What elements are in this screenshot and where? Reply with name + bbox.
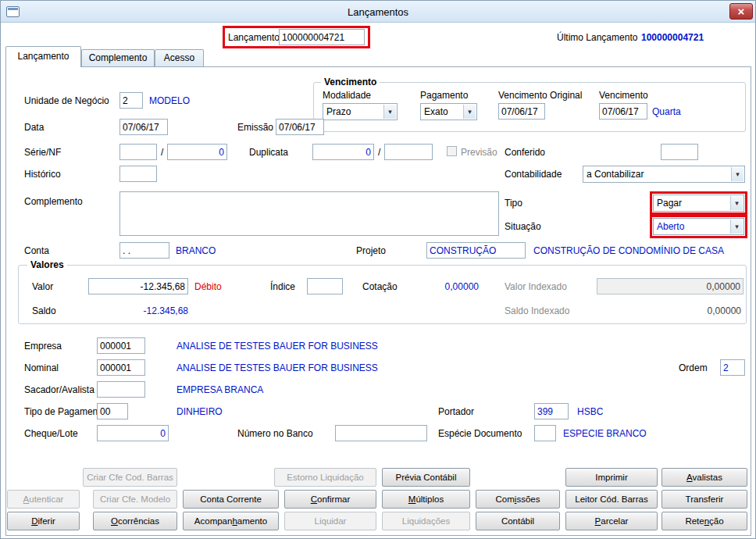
conta-input[interactable] <box>119 242 169 259</box>
cheque-lote-label: Cheque/Lote <box>24 428 78 439</box>
criar-cfe-modelo-button: Criar Cfe. Modelo <box>93 490 177 509</box>
conferido-label: Conferido <box>505 147 545 158</box>
saldo-indexado-value: 0,00000 <box>661 305 741 316</box>
vencimento-group-title: Vencimento <box>321 77 380 87</box>
unidade-negocio-label: Unidade de Negócio <box>24 95 109 106</box>
saldo-indexado-label: Saldo Indexado <box>505 305 569 316</box>
autenticar-button: Autenticar <box>7 490 80 509</box>
multiplos-button[interactable]: Múltiplos <box>382 490 470 509</box>
tipo-value: Pagar <box>657 198 682 209</box>
duplicata-label: Duplicata <box>249 147 288 158</box>
conta-corrente-button[interactable]: Conta Corrente <box>183 490 279 509</box>
situacao-select[interactable]: Aberto ▾ <box>653 218 744 235</box>
vencimento-label: Vencimento <box>599 90 648 101</box>
ocorrencias-button[interactable]: Ocorrências <box>93 512 177 530</box>
previsao-checkbox[interactable] <box>447 146 457 156</box>
chevron-down-icon: ▾ <box>730 220 743 234</box>
especie-documento-input[interactable] <box>534 425 556 441</box>
valor-indexado-input <box>597 278 744 294</box>
tipo-pagamento-desc: DINHEIRO <box>177 406 223 417</box>
chevron-down-icon: ▾ <box>730 196 743 210</box>
contabilidade-value: a Contabilizar <box>587 169 644 180</box>
duplicata-separator: / <box>378 147 380 158</box>
numero-banco-input[interactable] <box>335 425 427 441</box>
avalistas-button[interactable]: Avalistas <box>662 468 747 487</box>
valor-label: Valor <box>32 281 53 292</box>
nominal-label: Nominal <box>24 362 59 373</box>
contabilidade-select[interactable]: a Contabilizar ▾ <box>583 166 745 183</box>
imprimir-button[interactable]: Imprimir <box>565 468 658 487</box>
leitor-cod-barras-button[interactable]: Leitor Cód. Barras <box>565 490 658 509</box>
sacador-avalista-input[interactable] <box>97 381 145 398</box>
cheque-lote-input[interactable] <box>97 425 169 441</box>
ultimo-lancamento-label: Último Lançamento <box>557 32 637 43</box>
data-input[interactable] <box>119 119 168 135</box>
close-button[interactable]: × <box>729 3 753 20</box>
duplicata-suffix-input[interactable] <box>384 144 433 160</box>
title-bar: Lançamentos × <box>1 1 755 23</box>
unidade-negocio-input[interactable] <box>119 92 143 109</box>
conferido-input[interactable] <box>661 144 698 160</box>
conta-label: Conta <box>24 245 49 256</box>
cotacao-value: 0,00000 <box>415 281 479 292</box>
indice-input[interactable] <box>307 278 343 294</box>
tab-acesso[interactable]: Acesso <box>155 49 204 66</box>
portador-input[interactable] <box>534 403 569 419</box>
tab-lancamento[interactable]: Lançamento <box>5 46 81 67</box>
tipo-pagamento-input[interactable] <box>97 403 128 419</box>
chevron-down-icon: ▾ <box>383 105 396 119</box>
sacador-avalista-desc: EMPRESA BRANCA <box>177 384 263 395</box>
diferir-button[interactable]: Diferir <box>7 512 80 530</box>
numero-banco-label: Número no Banco <box>237 428 313 439</box>
retencao-button[interactable]: Retenção <box>662 512 747 530</box>
criar-cfe-cod-barras-button: Criar Cfe Cod. Barras <box>83 468 177 487</box>
confirmar-button[interactable]: Confirmar <box>284 490 376 509</box>
liquidar-button: Liquidar <box>284 512 376 530</box>
lancamentos-window: Lançamentos × Lançamento Último Lançamen… <box>0 0 756 539</box>
complemento-textarea[interactable] <box>119 191 499 236</box>
emissao-input[interactable] <box>276 119 324 135</box>
vencimento-original-input[interactable] <box>498 103 545 120</box>
projeto-desc: CONSTRUÇÃO DE CONDOMÍNIO DE CASA <box>533 245 747 256</box>
portador-label: Portador <box>438 406 474 417</box>
situacao-value: Aberto <box>657 221 684 232</box>
conta-desc: BRANCO <box>176 245 216 256</box>
previa-contabil-button[interactable]: Prévia Contábil <box>382 468 470 487</box>
lancamento-input[interactable] <box>279 29 365 45</box>
data-label: Data <box>24 122 44 133</box>
vencimento-weekday: Quarta <box>652 106 681 117</box>
duplicata-input[interactable] <box>312 144 374 160</box>
comissoes-button[interactable]: Comissões <box>476 490 560 509</box>
sacador-avalista-label: Sacador/Avalista <box>24 384 94 395</box>
especie-documento-desc: ESPECIE BRANCO <box>563 428 647 439</box>
parcelar-button[interactable]: Parcelar <box>565 512 658 530</box>
tipo-pagamento-label: Tipo de Pagamento <box>24 406 105 417</box>
contabil-button[interactable]: Contábil <box>476 512 560 530</box>
portador-desc: HSBC <box>577 406 603 417</box>
historico-input[interactable] <box>119 166 157 182</box>
tipo-select[interactable]: Pagar ▾ <box>653 195 744 212</box>
vencimento-input[interactable] <box>599 103 647 120</box>
tab-complemento[interactable]: Complemento <box>81 49 155 66</box>
pagamento-select[interactable]: Exato ▾ <box>420 103 477 120</box>
projeto-label: Projeto <box>356 245 386 256</box>
serie-nf-number-input[interactable] <box>167 144 227 160</box>
window-title: Lançamentos <box>1 6 755 18</box>
acompanhamento-button[interactable]: Acompanhamento <box>183 512 279 530</box>
empresa-input[interactable] <box>97 337 145 354</box>
liquidacoes-button: Liquidações <box>382 512 470 530</box>
ordem-input[interactable] <box>720 359 745 376</box>
modalidade-select[interactable]: Prazo ▾ <box>323 103 398 120</box>
empresa-label: Empresa <box>24 341 62 352</box>
nominal-input[interactable] <box>97 359 145 376</box>
transferir-button[interactable]: Transferir <box>662 490 747 509</box>
valor-input[interactable] <box>88 278 188 294</box>
cotacao-label: Cotação <box>362 281 398 292</box>
serie-nf-input[interactable] <box>119 144 157 160</box>
unidade-negocio-desc: MODELO <box>149 95 190 106</box>
estorno-liquidacao-button: Estorno Liquidação <box>274 468 376 487</box>
historico-label: Histórico <box>24 169 61 180</box>
indice-label: Índice <box>270 281 295 292</box>
especie-documento-label: Espécie Documento <box>438 428 522 439</box>
projeto-input[interactable] <box>426 242 526 259</box>
